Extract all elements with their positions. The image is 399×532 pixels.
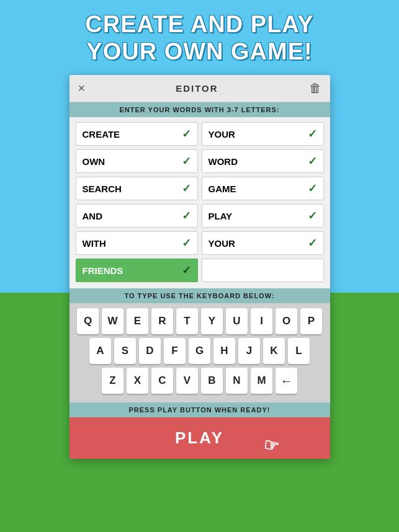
finger-cursor-icon: ☞ [261,435,282,458]
checkmark-icon: ✓ [182,236,191,250]
keyboard-row: ASDFGHJKL [73,338,326,364]
checkmark-icon: ✓ [182,209,191,223]
key-h[interactable]: H [213,338,235,364]
play-button[interactable]: PLAY ☞ [69,417,330,459]
key-f[interactable]: F [164,338,186,364]
key-d[interactable]: D [139,338,161,364]
key-r[interactable]: R [151,308,173,334]
keyboard-row: QWERTYUIOP [73,308,326,334]
trash-button[interactable]: 🗑 [309,81,321,95]
key-b[interactable]: B [201,368,223,394]
key-q[interactable]: Q [77,308,99,334]
key-u[interactable]: U [226,308,248,334]
word-text: GAME [208,184,236,194]
word-text: CREATE [83,129,120,140]
close-button[interactable]: × [78,81,86,95]
key-l[interactable]: L [288,338,310,364]
key-j[interactable]: J [238,338,260,364]
keyboard-area: QWERTYUIOPASDFGHJKLZXCVBNM← [69,303,330,402]
key-w[interactable]: W [102,308,123,334]
checkmark-icon: ✓ [182,154,191,168]
word-text: SEARCH [83,184,122,194]
word-cell[interactable]: YOUR✓ [202,122,324,146]
checkmark-icon: ✓ [182,127,191,141]
key-v[interactable]: V [176,368,198,394]
word-cell[interactable]: FRIENDS✓ [76,259,198,282]
checkmark-icon: ✓ [308,209,317,223]
key-x[interactable]: X [127,368,148,394]
key-o[interactable]: O [276,308,297,334]
word-text: WITH [83,238,106,249]
header-title-line2: YOUR OWN GAME! [25,38,374,66]
editor-header: × EDITOR 🗑 [69,75,330,102]
key-m[interactable]: M [251,368,272,394]
header-title-line1: CREATE AND PLAY [25,11,374,38]
key-i[interactable]: I [251,308,272,334]
word-cell[interactable]: WITH✓ [76,231,198,255]
word-text: YOUR [208,238,235,249]
word-cell[interactable]: AND✓ [76,204,198,228]
checkmark-icon: ✓ [308,182,317,195]
word-text: OWN [83,156,105,167]
checkmark-icon: ✓ [308,127,317,141]
word-cell[interactable]: YOUR✓ [202,231,324,255]
key-y[interactable]: Y [201,308,223,334]
word-cell[interactable]: PLAY✓ [202,204,324,228]
keyboard-row: ZXCVBNM← [73,368,326,394]
key-a[interactable]: A [89,338,111,364]
backspace-key[interactable]: ← [276,368,297,394]
word-cell[interactable]: GAME✓ [202,177,324,200]
editor-panel: × EDITOR 🗑 ENTER YOUR WORDS WITH 3-7 LET… [69,75,330,459]
header-title: CREATE AND PLAY YOUR OWN GAME! [0,0,399,75]
word-text: WORD [208,156,238,167]
key-e[interactable]: E [127,308,148,334]
key-c[interactable]: C [151,368,173,394]
key-g[interactable]: G [189,338,210,364]
key-z[interactable]: Z [102,368,123,394]
play-label: PLAY [175,428,224,447]
word-cell[interactable]: WORD✓ [202,149,324,173]
word-text: AND [83,211,103,221]
word-text: PLAY [208,211,233,221]
key-k[interactable]: K [263,338,285,364]
editor-title: EDITOR [176,83,218,94]
words-grid: CREATE✓YOUR✓OWN✓WORD✓SEARCH✓GAME✓AND✓PLA… [69,117,330,287]
word-cell[interactable] [202,259,324,282]
checkmark-icon: ✓ [182,264,191,277]
press-play-bar: PRESS PLAY BUTTON WHEN READY! [69,402,330,417]
word-cell[interactable]: CREATE✓ [76,122,198,146]
keyboard-subtitle: TO TYPE USE THE KEYBOARD BELOW: [69,288,330,303]
word-cell[interactable]: SEARCH✓ [76,177,198,200]
checkmark-icon: ✓ [182,182,191,195]
key-t[interactable]: T [176,308,198,334]
key-p[interactable]: P [300,308,322,334]
words-subtitle: ENTER YOUR WORDS WITH 3-7 LETTERS: [69,102,330,117]
word-text: YOUR [208,129,235,140]
word-cell[interactable]: OWN✓ [76,149,198,173]
word-text: FRIENDS [83,265,123,276]
key-n[interactable]: N [226,368,248,394]
checkmark-icon: ✓ [308,154,317,168]
key-s[interactable]: S [114,338,136,364]
checkmark-icon: ✓ [308,236,317,250]
